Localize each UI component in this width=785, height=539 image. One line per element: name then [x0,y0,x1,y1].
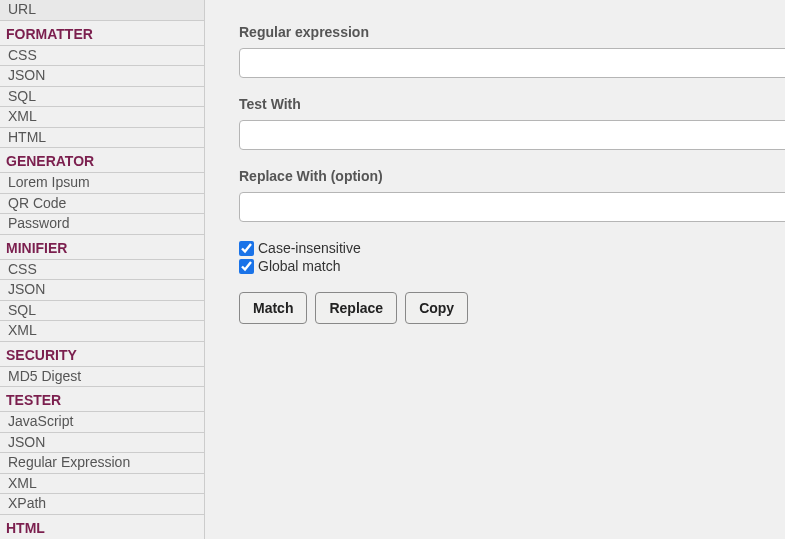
replace-label: Replace With (option) [239,168,785,184]
sidebar-header-minifier: MINIFIER [0,235,204,260]
sidebar-header-formatter: FORMATTER [0,21,204,46]
case-insensitive-label: Case-insensitive [258,240,361,256]
sidebar-item-formatter-json[interactable]: JSON [0,66,204,87]
main-content: Regular expression Test With Replace Wit… [205,0,785,539]
sidebar-item-generator-lorem[interactable]: Lorem Ipsum [0,173,204,194]
global-match-label: Global match [258,258,340,274]
sidebar-item-formatter-html[interactable]: HTML [0,128,204,149]
copy-button[interactable]: Copy [405,292,468,324]
sidebar-item-minifier-sql[interactable]: SQL [0,301,204,322]
sidebar-item-tester-regex[interactable]: Regular Expression [0,453,204,474]
sidebar-item-security-md5[interactable]: MD5 Digest [0,367,204,388]
sidebar-item-generator-password[interactable]: Password [0,214,204,235]
replace-button[interactable]: Replace [315,292,397,324]
regex-input[interactable] [239,48,785,78]
match-button[interactable]: Match [239,292,307,324]
sidebar-item-minifier-json[interactable]: JSON [0,280,204,301]
replace-input[interactable] [239,192,785,222]
global-match-row: Global match [239,258,785,274]
sidebar-item-generator-qr[interactable]: QR Code [0,194,204,215]
sidebar: URL FORMATTER CSS JSON SQL XML HTML GENE… [0,0,205,539]
test-label: Test With [239,96,785,112]
sidebar-item-formatter-css[interactable]: CSS [0,46,204,67]
sidebar-item-minifier-css[interactable]: CSS [0,260,204,281]
sidebar-item-formatter-xml[interactable]: XML [0,107,204,128]
sidebar-header-security: SECURITY [0,342,204,367]
case-insensitive-row: Case-insensitive [239,240,785,256]
test-input[interactable] [239,120,785,150]
sidebar-header-html: HTML [0,515,204,540]
sidebar-item-url[interactable]: URL [0,0,204,21]
buttons-row: Match Replace Copy [239,292,785,324]
case-insensitive-checkbox[interactable] [239,241,254,256]
global-match-checkbox[interactable] [239,259,254,274]
sidebar-item-minifier-xml[interactable]: XML [0,321,204,342]
sidebar-item-tester-xpath[interactable]: XPath [0,494,204,515]
sidebar-item-tester-json[interactable]: JSON [0,433,204,454]
sidebar-item-formatter-sql[interactable]: SQL [0,87,204,108]
regex-label: Regular expression [239,24,785,40]
sidebar-item-tester-javascript[interactable]: JavaScript [0,412,204,433]
sidebar-header-tester: TESTER [0,387,204,412]
sidebar-header-generator: GENERATOR [0,148,204,173]
sidebar-item-tester-xml[interactable]: XML [0,474,204,495]
